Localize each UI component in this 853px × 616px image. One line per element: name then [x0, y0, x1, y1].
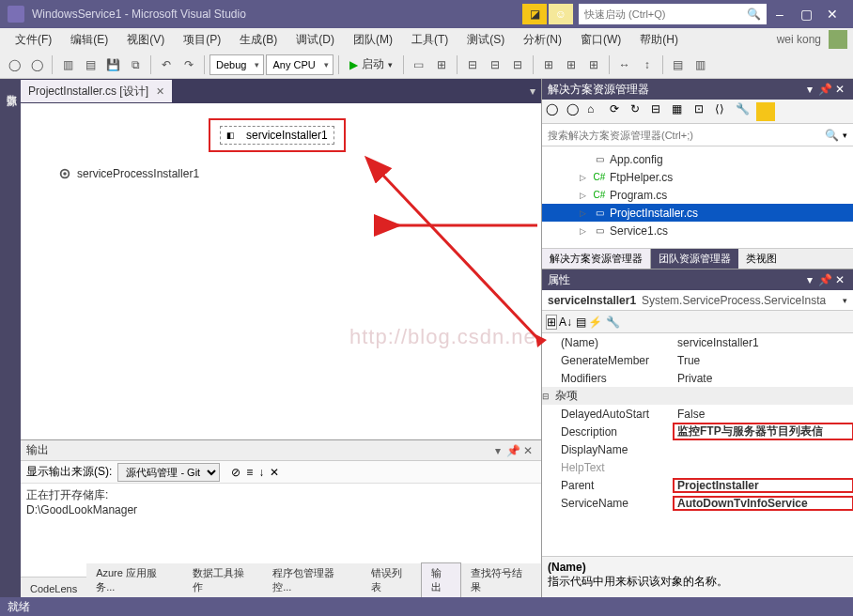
menu-debug[interactable]: 调试(D)	[287, 32, 344, 48]
back-icon[interactable]: ◯	[546, 102, 565, 121]
sol-tab-explorer[interactable]: 解决方案资源管理器	[542, 249, 651, 269]
wrench-icon[interactable]: 🔧	[736, 102, 754, 121]
hl-icon[interactable]	[756, 102, 775, 121]
solution-search[interactable]: 🔍 ▾	[542, 124, 853, 146]
pin-icon[interactable]: 📌	[817, 273, 832, 286]
save-all-icon[interactable]: ⧉	[125, 54, 146, 75]
search-dropdown-icon[interactable]: ▾	[843, 131, 847, 140]
pin-icon[interactable]: 📌	[505, 444, 520, 457]
prop-row[interactable]: GenerateMemberTrue	[542, 351, 853, 369]
btab-codelens[interactable]: CodeLens	[21, 580, 86, 597]
component-serviceprocessinstaller1[interactable]: serviceProcessInstaller1	[58, 167, 199, 180]
menu-tools[interactable]: 工具(T)	[402, 32, 458, 48]
clear-icon[interactable]: ⊘	[231, 466, 240, 479]
menu-view[interactable]: 视图(V)	[117, 32, 174, 48]
align-icon-5[interactable]: ⊞	[561, 54, 582, 75]
preview-icon[interactable]: ⟨⟩	[715, 102, 734, 121]
prop-category[interactable]: ⊟杂项	[542, 387, 853, 405]
showall-icon[interactable]: ▦	[672, 102, 690, 121]
btab-output[interactable]: 输出	[421, 562, 462, 597]
prop-row[interactable]: ServiceNameAutoDownTvInfoService	[542, 494, 853, 512]
user-name[interactable]: wei kong	[777, 33, 825, 46]
menu-file[interactable]: 文件(F)	[6, 32, 61, 48]
menu-project[interactable]: 项目(P)	[174, 32, 230, 48]
close-panel-icon[interactable]: ✕	[520, 444, 535, 457]
prop-row[interactable]: (Name)serviceInstaller1	[542, 333, 853, 351]
prop-row[interactable]: DisplayName	[542, 440, 853, 458]
collapse-icon[interactable]: ⊟	[651, 102, 670, 121]
config-dropdown[interactable]: Debug	[209, 54, 264, 75]
nav-back-icon[interactable]: ◯	[4, 54, 24, 75]
start-button[interactable]: ▶启动▾	[344, 56, 398, 72]
minimize-button[interactable]: –	[767, 7, 793, 22]
menu-team[interactable]: 团队(M)	[344, 32, 402, 48]
close-panel-icon[interactable]: ✕	[832, 273, 847, 286]
tree-item-service1[interactable]: ▷▭Service1.cs	[542, 222, 853, 239]
align-icon-2[interactable]: ⊟	[485, 54, 505, 75]
output-source-dropdown[interactable]: 源代码管理 - Git	[117, 463, 220, 482]
menu-edit[interactable]: 编辑(E)	[61, 32, 117, 48]
tree-item-ftphelper[interactable]: ▷C#FtpHelper.cs	[542, 168, 853, 186]
alphabetical-icon[interactable]: A↓	[559, 316, 572, 329]
pin-icon[interactable]: 📌	[817, 83, 832, 96]
tool-icon-2[interactable]: ⊞	[431, 54, 452, 75]
fwd-icon[interactable]: ◯	[566, 102, 585, 121]
quick-launch-input[interactable]	[584, 8, 747, 20]
wrench-icon[interactable]: 🔧	[606, 316, 620, 329]
tab-overflow-icon[interactable]: ▾	[524, 85, 541, 98]
solution-search-input[interactable]	[548, 130, 825, 141]
close-button[interactable]: ✕	[819, 7, 845, 22]
tool-icon-1[interactable]: ▭	[409, 54, 429, 75]
prop-row[interactable]: HelpText	[542, 458, 853, 476]
prop-row[interactable]: DelayedAutoStartFalse	[542, 405, 853, 423]
align-icon-3[interactable]: ⊟	[507, 54, 528, 75]
props-icon[interactable]: ▤	[576, 316, 586, 329]
panel-menu-icon[interactable]: ▾	[802, 83, 817, 96]
doc-tab-projectinstaller[interactable]: ProjectInstaller.cs [设计] ✕	[21, 80, 172, 102]
events-icon[interactable]: ⚡	[588, 316, 602, 329]
open-icon[interactable]: ▤	[80, 54, 101, 75]
align-icon-6[interactable]: ⊞	[583, 54, 604, 75]
menu-analyze[interactable]: 分析(N)	[514, 32, 571, 48]
order-icon-2[interactable]: ▥	[690, 54, 711, 75]
notification-icon[interactable]: ◪	[522, 4, 547, 24]
designer-surface[interactable]: ◧ serviceInstaller1 serviceProcessInstal…	[21, 103, 541, 439]
btab-pkgmgr[interactable]: 程序包管理器控...	[263, 563, 361, 597]
btab-data[interactable]: 数据工具操作	[183, 563, 263, 597]
goto-icon[interactable]: ↓	[258, 466, 264, 479]
feedback-icon[interactable]: ☺	[549, 4, 573, 24]
btab-findsym[interactable]: 查找符号结果	[461, 563, 541, 597]
quick-launch[interactable]: 🔍	[579, 4, 767, 24]
panel-menu-icon[interactable]: ▾	[490, 444, 505, 457]
spacing-icon-1[interactable]: ↔	[614, 54, 635, 75]
btab-azure[interactable]: Azure 应用服务...	[86, 563, 183, 597]
maximize-button[interactable]: ▢	[793, 7, 819, 22]
user-avatar-icon[interactable]	[829, 30, 847, 49]
prop-row[interactable]: Description监控FTP与服务器节目列表信	[542, 423, 853, 440]
tree-item-appconfig[interactable]: ▭App.config	[542, 150, 853, 168]
align-icon-1[interactable]: ⊟	[462, 54, 483, 75]
properties-grid[interactable]: (Name)serviceInstaller1GenerateMemberTru…	[542, 333, 853, 556]
menu-build[interactable]: 生成(B)	[230, 32, 287, 48]
close-panel-icon[interactable]: ✕	[832, 83, 847, 96]
undo-icon[interactable]: ↶	[156, 54, 177, 75]
component-serviceinstaller1[interactable]: ◧ serviceInstaller1	[220, 126, 334, 145]
spacing-icon-2[interactable]: ↕	[637, 54, 658, 75]
solution-tree[interactable]: ▭App.config ▷C#FtpHelper.cs ▷C#Program.c…	[542, 146, 853, 248]
sol-tab-team[interactable]: 团队资源管理器	[651, 249, 738, 269]
home-icon[interactable]: ⌂	[587, 102, 606, 121]
close-tab-icon[interactable]: ✕	[156, 85, 164, 98]
sidebar-server-explorer[interactable]: 服务器资源管理器	[0, 79, 3, 597]
refresh-icon[interactable]: ↻	[630, 102, 649, 121]
redo-icon[interactable]: ↷	[178, 54, 199, 75]
panel-menu-icon[interactable]: ▾	[802, 273, 817, 286]
platform-dropdown[interactable]: Any CPU	[266, 54, 333, 75]
prop-row[interactable]: ParentProjectInstaller	[542, 476, 853, 494]
sol-tab-classview[interactable]: 类视图	[738, 249, 784, 269]
tree-item-projectinstaller[interactable]: ▷▭ProjectInstaller.cs	[542, 204, 853, 222]
btab-errors[interactable]: 错误列表	[362, 563, 421, 597]
order-icon-1[interactable]: ▤	[668, 54, 689, 75]
menu-test[interactable]: 测试(S)	[458, 32, 514, 48]
menu-window[interactable]: 窗口(W)	[571, 32, 630, 48]
menu-help[interactable]: 帮助(H)	[630, 32, 688, 48]
